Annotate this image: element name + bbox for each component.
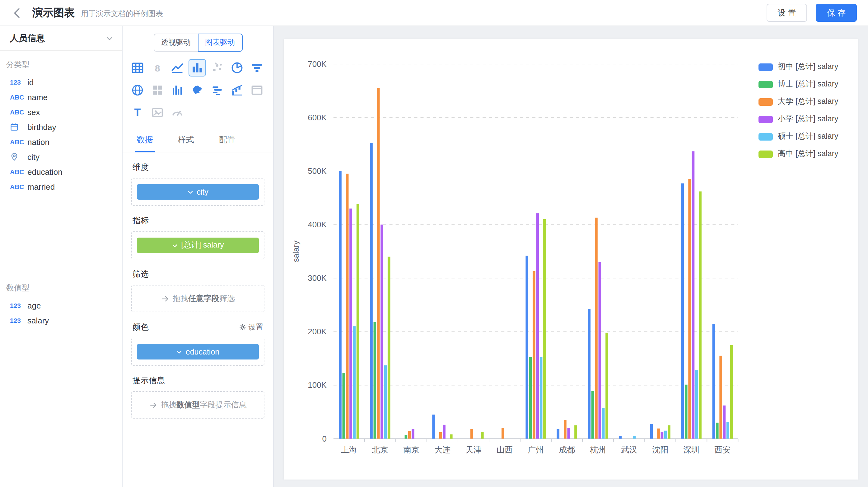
bar[interactable]: [595, 218, 598, 439]
bar[interactable]: [574, 425, 577, 439]
bar[interactable]: [349, 209, 352, 439]
legend-item[interactable]: 小学 [总计] salary: [758, 114, 853, 124]
bar[interactable]: [719, 356, 722, 439]
waterfall-chart-icon[interactable]: [228, 82, 246, 99]
bar[interactable]: [450, 434, 453, 439]
bar[interactable]: [540, 357, 542, 439]
settings-button[interactable]: 设 置: [767, 4, 807, 22]
bar[interactable]: [529, 357, 532, 439]
color-settings-button[interactable]: 设置: [239, 322, 263, 332]
dimension-dropzone[interactable]: city: [131, 178, 265, 206]
kpi-card-icon[interactable]: 8: [149, 59, 166, 76]
gauge-chart-icon[interactable]: [168, 104, 186, 121]
line-chart-icon[interactable]: [168, 59, 186, 76]
bar[interactable]: [557, 429, 559, 439]
text-chart-icon[interactable]: T: [129, 104, 146, 121]
bar[interactable]: [374, 322, 376, 439]
dataset-selector[interactable]: 人员信息: [0, 26, 122, 51]
crosstab-icon[interactable]: [149, 82, 166, 99]
bar[interactable]: [370, 143, 373, 439]
bar-chart-icon[interactable]: [189, 59, 206, 76]
bar[interactable]: [619, 436, 622, 439]
bar[interactable]: [699, 192, 702, 439]
bar[interactable]: [685, 385, 687, 439]
tab-data[interactable]: 数据: [135, 129, 155, 152]
radar-chart-icon[interactable]: [129, 82, 146, 99]
bar[interactable]: [432, 415, 435, 439]
funnel-chart-icon[interactable]: [248, 59, 266, 76]
bar[interactable]: [377, 88, 380, 439]
wordcloud-chart-icon[interactable]: [209, 82, 226, 99]
pie-chart-icon[interactable]: [228, 59, 246, 76]
bar[interactable]: [688, 179, 691, 439]
field-item-sex[interactable]: ABC sex: [0, 104, 122, 120]
field-item-name[interactable]: ABC name: [0, 90, 122, 104]
bar[interactable]: [633, 436, 636, 439]
bar[interactable]: [681, 184, 684, 439]
bar[interactable]: [564, 420, 566, 439]
bar[interactable]: [602, 408, 605, 439]
dimension-chip-city[interactable]: city: [137, 184, 259, 200]
bar[interactable]: [726, 422, 729, 439]
field-item-education[interactable]: ABC education: [0, 164, 122, 179]
bar[interactable]: [606, 333, 608, 439]
mode-tab-pivot[interactable]: 透视驱动: [153, 34, 197, 52]
field-item-salary[interactable]: 123 salary: [0, 313, 122, 328]
image-chart-icon[interactable]: [149, 104, 166, 121]
bar[interactable]: [664, 431, 667, 439]
legend-item[interactable]: 高中 [总计] salary: [758, 149, 853, 159]
frame-chart-icon[interactable]: [248, 82, 266, 99]
table-chart-icon[interactable]: [129, 59, 146, 76]
bar[interactable]: [730, 345, 733, 439]
color-chip-education[interactable]: education: [137, 344, 259, 359]
bar[interactable]: [356, 204, 359, 439]
bar[interactable]: [481, 432, 484, 439]
legend-item[interactable]: 大学 [总计] salary: [758, 96, 853, 107]
field-item-id[interactable]: 123 id: [0, 75, 122, 90]
bar[interactable]: [470, 429, 473, 439]
bar[interactable]: [343, 373, 345, 439]
bar[interactable]: [543, 219, 546, 439]
bar[interactable]: [353, 326, 356, 439]
legend-item[interactable]: 博士 [总计] salary: [758, 79, 853, 90]
bar[interactable]: [598, 262, 601, 439]
bar[interactable]: [384, 365, 387, 439]
bar[interactable]: [525, 256, 528, 439]
field-item-married[interactable]: ABC married: [0, 179, 122, 194]
bar[interactable]: [501, 428, 504, 439]
tooltip-dropzone[interactable]: 拖拽数值型字段提示信息: [131, 391, 265, 419]
legend-item[interactable]: 硕士 [总计] salary: [758, 131, 853, 142]
map-chart-icon[interactable]: [189, 82, 206, 99]
save-button[interactable]: 保 存: [816, 4, 857, 22]
bar[interactable]: [380, 225, 383, 439]
field-item-birthday[interactable]: birthday: [0, 120, 122, 134]
bar[interactable]: [661, 432, 663, 439]
bar[interactable]: [695, 370, 698, 439]
bar[interactable]: [533, 271, 535, 439]
bar[interactable]: [692, 151, 695, 439]
filter-dropzone[interactable]: 拖拽任意字段筛选: [131, 285, 265, 312]
histogram-icon[interactable]: [168, 82, 186, 99]
metric-chip-salary[interactable]: [总计] salary: [137, 237, 259, 253]
legend-item[interactable]: 初中 [总计] salary: [758, 62, 853, 72]
bar[interactable]: [412, 429, 414, 439]
bar[interactable]: [588, 309, 591, 439]
bar[interactable]: [591, 391, 594, 439]
bar[interactable]: [388, 257, 391, 439]
tab-style[interactable]: 样式: [176, 129, 196, 152]
color-dropzone[interactable]: education: [131, 338, 265, 366]
bar[interactable]: [536, 213, 539, 439]
bar[interactable]: [716, 423, 719, 439]
bar[interactable]: [439, 432, 442, 439]
bar[interactable]: [405, 435, 408, 439]
metric-dropzone[interactable]: [总计] salary: [131, 231, 265, 259]
scatter-chart-icon[interactable]: [209, 59, 226, 76]
bar[interactable]: [443, 425, 445, 439]
back-button[interactable]: [11, 6, 25, 20]
field-item-nation[interactable]: ABC nation: [0, 134, 122, 149]
bar[interactable]: [657, 428, 660, 439]
bar[interactable]: [650, 424, 653, 439]
mode-tab-chart[interactable]: 图表驱动: [197, 34, 242, 52]
bar[interactable]: [712, 324, 715, 439]
field-item-city[interactable]: city: [0, 149, 122, 164]
